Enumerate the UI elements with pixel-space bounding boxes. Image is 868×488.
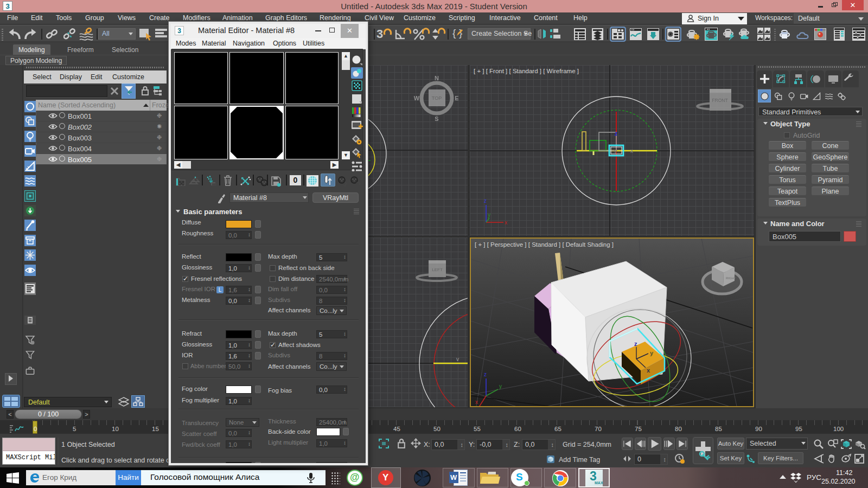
svg-text:z: z: [615, 130, 618, 137]
svg-text:y: y: [499, 383, 502, 389]
svg-text:x: x: [647, 367, 650, 374]
svg-text:y: y: [488, 212, 490, 218]
svg-text:x: x: [505, 220, 507, 226]
svg-text:v: v: [614, 149, 617, 155]
svg-text:z: z: [634, 341, 637, 347]
svg-text:x: x: [475, 399, 478, 405]
svg-text:S: S: [435, 115, 438, 122]
svg-text:z: z: [484, 198, 487, 204]
svg-text:W: W: [414, 95, 420, 101]
svg-text:y: y: [650, 350, 654, 356]
svg-text:N: N: [435, 75, 439, 81]
svg-text:E: E: [455, 95, 458, 101]
svg-text:z: z: [484, 371, 487, 377]
svg-text:TOP: TOP: [432, 95, 442, 101]
svg-text:RIGHT: RIGHT: [726, 277, 736, 280]
svg-text:FRONT: FRONT: [712, 98, 727, 103]
svg-text:v: v: [456, 356, 459, 362]
svg-text:LEFT: LEFT: [432, 267, 443, 272]
svg-text:x: x: [630, 148, 633, 154]
